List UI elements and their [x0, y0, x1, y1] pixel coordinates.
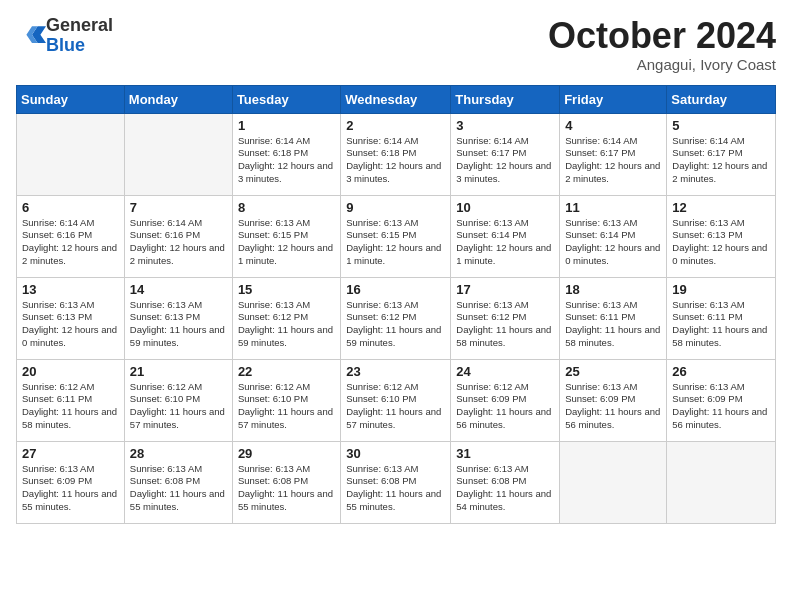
- cell-info: Sunrise: 6:13 AM Sunset: 6:12 PM Dayligh…: [238, 299, 335, 350]
- calendar-cell: 13Sunrise: 6:13 AM Sunset: 6:13 PM Dayli…: [17, 277, 125, 359]
- day-number: 9: [346, 200, 445, 215]
- calendar-cell: 12Sunrise: 6:13 AM Sunset: 6:13 PM Dayli…: [667, 195, 776, 277]
- day-number: 2: [346, 118, 445, 133]
- cell-info: Sunrise: 6:13 AM Sunset: 6:11 PM Dayligh…: [672, 299, 770, 350]
- calendar-cell: 1Sunrise: 6:14 AM Sunset: 6:18 PM Daylig…: [232, 113, 340, 195]
- calendar-cell: 24Sunrise: 6:12 AM Sunset: 6:09 PM Dayli…: [451, 359, 560, 441]
- cell-info: Sunrise: 6:13 AM Sunset: 6:12 PM Dayligh…: [346, 299, 445, 350]
- calendar-cell: 8Sunrise: 6:13 AM Sunset: 6:15 PM Daylig…: [232, 195, 340, 277]
- calendar-cell: 11Sunrise: 6:13 AM Sunset: 6:14 PM Dayli…: [560, 195, 667, 277]
- calendar-cell: 20Sunrise: 6:12 AM Sunset: 6:11 PM Dayli…: [17, 359, 125, 441]
- logo: General Blue: [16, 16, 113, 56]
- calendar-cell: 4Sunrise: 6:14 AM Sunset: 6:17 PM Daylig…: [560, 113, 667, 195]
- cell-info: Sunrise: 6:13 AM Sunset: 6:09 PM Dayligh…: [565, 381, 661, 432]
- calendar-cell: 3Sunrise: 6:14 AM Sunset: 6:17 PM Daylig…: [451, 113, 560, 195]
- week-row-3: 13Sunrise: 6:13 AM Sunset: 6:13 PM Dayli…: [17, 277, 776, 359]
- day-number: 26: [672, 364, 770, 379]
- cell-info: Sunrise: 6:13 AM Sunset: 6:08 PM Dayligh…: [238, 463, 335, 514]
- calendar-cell: [124, 113, 232, 195]
- calendar-cell: 21Sunrise: 6:12 AM Sunset: 6:10 PM Dayli…: [124, 359, 232, 441]
- day-number: 20: [22, 364, 119, 379]
- calendar-cell: 5Sunrise: 6:14 AM Sunset: 6:17 PM Daylig…: [667, 113, 776, 195]
- cell-info: Sunrise: 6:13 AM Sunset: 6:13 PM Dayligh…: [22, 299, 119, 350]
- day-number: 15: [238, 282, 335, 297]
- day-number: 13: [22, 282, 119, 297]
- calendar-cell: 28Sunrise: 6:13 AM Sunset: 6:08 PM Dayli…: [124, 441, 232, 523]
- weekday-header-row: SundayMondayTuesdayWednesdayThursdayFrid…: [17, 85, 776, 113]
- calendar-cell: 6Sunrise: 6:14 AM Sunset: 6:16 PM Daylig…: [17, 195, 125, 277]
- calendar-cell: [17, 113, 125, 195]
- cell-info: Sunrise: 6:13 AM Sunset: 6:15 PM Dayligh…: [346, 217, 445, 268]
- cell-info: Sunrise: 6:13 AM Sunset: 6:14 PM Dayligh…: [456, 217, 554, 268]
- calendar-cell: 31Sunrise: 6:13 AM Sunset: 6:08 PM Dayli…: [451, 441, 560, 523]
- logo-general-text: General: [46, 15, 113, 35]
- cell-info: Sunrise: 6:13 AM Sunset: 6:09 PM Dayligh…: [22, 463, 119, 514]
- day-number: 28: [130, 446, 227, 461]
- calendar-cell: 27Sunrise: 6:13 AM Sunset: 6:09 PM Dayli…: [17, 441, 125, 523]
- cell-info: Sunrise: 6:13 AM Sunset: 6:08 PM Dayligh…: [456, 463, 554, 514]
- cell-info: Sunrise: 6:13 AM Sunset: 6:08 PM Dayligh…: [130, 463, 227, 514]
- day-number: 14: [130, 282, 227, 297]
- cell-info: Sunrise: 6:12 AM Sunset: 6:11 PM Dayligh…: [22, 381, 119, 432]
- day-number: 30: [346, 446, 445, 461]
- month-title: October 2024: [548, 16, 776, 56]
- day-number: 4: [565, 118, 661, 133]
- day-number: 7: [130, 200, 227, 215]
- cell-info: Sunrise: 6:13 AM Sunset: 6:09 PM Dayligh…: [672, 381, 770, 432]
- cell-info: Sunrise: 6:14 AM Sunset: 6:17 PM Dayligh…: [456, 135, 554, 186]
- cell-info: Sunrise: 6:13 AM Sunset: 6:12 PM Dayligh…: [456, 299, 554, 350]
- cell-info: Sunrise: 6:13 AM Sunset: 6:08 PM Dayligh…: [346, 463, 445, 514]
- calendar-cell: 30Sunrise: 6:13 AM Sunset: 6:08 PM Dayli…: [341, 441, 451, 523]
- day-number: 19: [672, 282, 770, 297]
- cell-info: Sunrise: 6:13 AM Sunset: 6:14 PM Dayligh…: [565, 217, 661, 268]
- calendar-cell: 15Sunrise: 6:13 AM Sunset: 6:12 PM Dayli…: [232, 277, 340, 359]
- calendar-cell: 17Sunrise: 6:13 AM Sunset: 6:12 PM Dayli…: [451, 277, 560, 359]
- calendar-cell: 22Sunrise: 6:12 AM Sunset: 6:10 PM Dayli…: [232, 359, 340, 441]
- cell-info: Sunrise: 6:13 AM Sunset: 6:11 PM Dayligh…: [565, 299, 661, 350]
- day-number: 25: [565, 364, 661, 379]
- logo-blue-text: Blue: [46, 35, 85, 55]
- location-subtitle: Angagui, Ivory Coast: [548, 56, 776, 73]
- title-block: October 2024 Angagui, Ivory Coast: [548, 16, 776, 73]
- day-number: 16: [346, 282, 445, 297]
- day-number: 8: [238, 200, 335, 215]
- day-number: 6: [22, 200, 119, 215]
- day-number: 24: [456, 364, 554, 379]
- calendar-cell: 9Sunrise: 6:13 AM Sunset: 6:15 PM Daylig…: [341, 195, 451, 277]
- calendar-cell: 7Sunrise: 6:14 AM Sunset: 6:16 PM Daylig…: [124, 195, 232, 277]
- cell-info: Sunrise: 6:13 AM Sunset: 6:13 PM Dayligh…: [130, 299, 227, 350]
- cell-info: Sunrise: 6:13 AM Sunset: 6:15 PM Dayligh…: [238, 217, 335, 268]
- day-number: 1: [238, 118, 335, 133]
- calendar-cell: 16Sunrise: 6:13 AM Sunset: 6:12 PM Dayli…: [341, 277, 451, 359]
- cell-info: Sunrise: 6:12 AM Sunset: 6:09 PM Dayligh…: [456, 381, 554, 432]
- day-number: 12: [672, 200, 770, 215]
- cell-info: Sunrise: 6:14 AM Sunset: 6:17 PM Dayligh…: [672, 135, 770, 186]
- cell-info: Sunrise: 6:12 AM Sunset: 6:10 PM Dayligh…: [238, 381, 335, 432]
- cell-info: Sunrise: 6:14 AM Sunset: 6:16 PM Dayligh…: [22, 217, 119, 268]
- week-row-2: 6Sunrise: 6:14 AM Sunset: 6:16 PM Daylig…: [17, 195, 776, 277]
- cell-info: Sunrise: 6:12 AM Sunset: 6:10 PM Dayligh…: [130, 381, 227, 432]
- calendar-cell: 29Sunrise: 6:13 AM Sunset: 6:08 PM Dayli…: [232, 441, 340, 523]
- cell-info: Sunrise: 6:13 AM Sunset: 6:13 PM Dayligh…: [672, 217, 770, 268]
- day-number: 10: [456, 200, 554, 215]
- cell-info: Sunrise: 6:14 AM Sunset: 6:17 PM Dayligh…: [565, 135, 661, 186]
- calendar-cell: 10Sunrise: 6:13 AM Sunset: 6:14 PM Dayli…: [451, 195, 560, 277]
- day-number: 17: [456, 282, 554, 297]
- day-number: 31: [456, 446, 554, 461]
- logo-icon: [18, 20, 46, 48]
- calendar-cell: 19Sunrise: 6:13 AM Sunset: 6:11 PM Dayli…: [667, 277, 776, 359]
- day-number: 21: [130, 364, 227, 379]
- calendar-cell: 26Sunrise: 6:13 AM Sunset: 6:09 PM Dayli…: [667, 359, 776, 441]
- weekday-header-wednesday: Wednesday: [341, 85, 451, 113]
- page-header: General Blue October 2024 Angagui, Ivory…: [16, 16, 776, 73]
- calendar-table: SundayMondayTuesdayWednesdayThursdayFrid…: [16, 85, 776, 524]
- calendar-cell: 2Sunrise: 6:14 AM Sunset: 6:18 PM Daylig…: [341, 113, 451, 195]
- weekday-header-thursday: Thursday: [451, 85, 560, 113]
- weekday-header-saturday: Saturday: [667, 85, 776, 113]
- day-number: 27: [22, 446, 119, 461]
- day-number: 3: [456, 118, 554, 133]
- cell-info: Sunrise: 6:14 AM Sunset: 6:16 PM Dayligh…: [130, 217, 227, 268]
- cell-info: Sunrise: 6:12 AM Sunset: 6:10 PM Dayligh…: [346, 381, 445, 432]
- day-number: 18: [565, 282, 661, 297]
- weekday-header-friday: Friday: [560, 85, 667, 113]
